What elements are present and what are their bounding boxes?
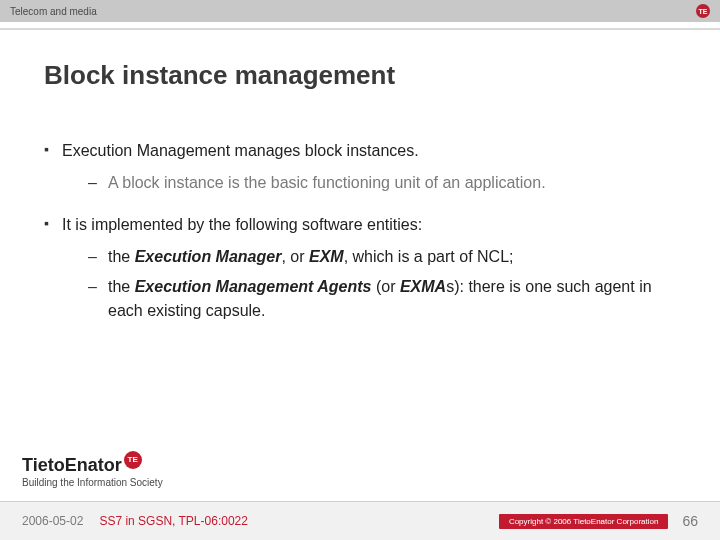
logo-tagline: Building the Information Society [22, 477, 163, 488]
separator [0, 28, 720, 30]
footer-copyright: Copyright © 2006 TietoEnator Corporation [499, 514, 669, 529]
slide: Telecom and media TE Block instance mana… [0, 0, 720, 540]
sub-list: the Execution Manager, or EXM, which is … [88, 245, 676, 323]
slide-title: Block instance management [44, 60, 720, 91]
bullet-text: It is implemented by the following softw… [62, 216, 422, 233]
bullet-list: Execution Management manages block insta… [44, 139, 676, 323]
te-badge-icon: TE [696, 4, 710, 18]
footer: 2006-05-02 SS7 in SGSN, TPL-06:0022 Copy… [0, 502, 720, 540]
logo-name: TietoEnator [22, 455, 122, 476]
logo-dot-icon: TE [124, 451, 142, 469]
top-bar: Telecom and media TE [0, 0, 720, 22]
sub-list: A block instance is the basic functionin… [88, 171, 676, 195]
bullet-item: Execution Management manages block insta… [44, 139, 676, 195]
sub-item: A block instance is the basic functionin… [88, 171, 676, 195]
content-area: Execution Management manages block insta… [44, 139, 676, 323]
sub-item: the Execution Management Agents (or EXMA… [88, 275, 676, 323]
footer-doc: SS7 in SGSN, TPL-06:0022 [99, 514, 248, 528]
footer-date: 2006-05-02 [22, 514, 83, 528]
logo-block: TietoEnator TE Building the Information … [22, 455, 163, 488]
sub-item: the Execution Manager, or EXM, which is … [88, 245, 676, 269]
category-label: Telecom and media [10, 6, 97, 17]
page-number: 66 [682, 513, 698, 529]
bullet-item: It is implemented by the following softw… [44, 213, 676, 323]
bullet-text: Execution Management manages block insta… [62, 142, 419, 159]
